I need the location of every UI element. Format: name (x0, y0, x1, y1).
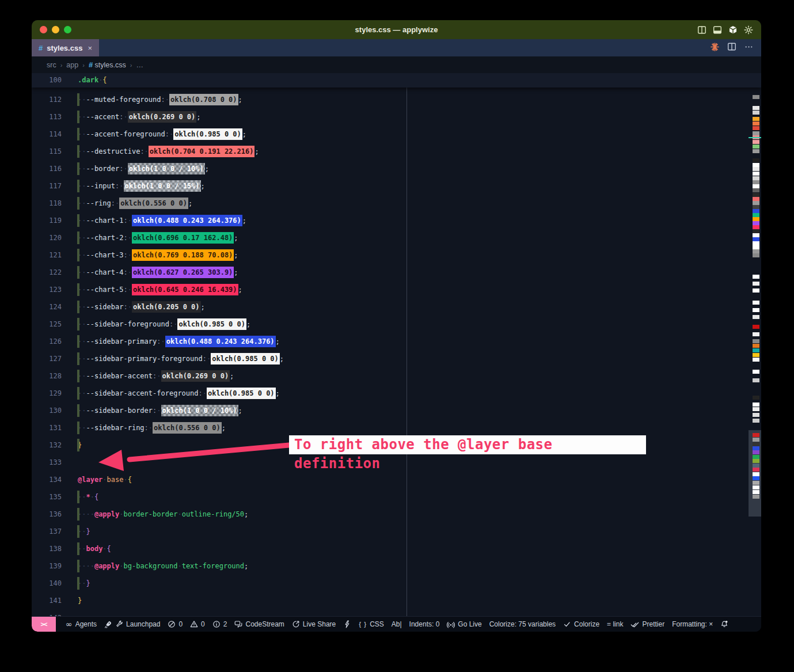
line-number[interactable]: 120 (32, 229, 62, 246)
breadcrumb[interactable]: src›app›# styles.css›… (32, 56, 761, 73)
breadcrumb-item[interactable]: src (47, 61, 56, 69)
code-line[interactable]: 136····@apply·border-border·outline-ring… (32, 506, 761, 523)
code-line[interactable]: 131··--sidebar-ring:·oklch(0.556 0 0); (32, 419, 761, 436)
code-line[interactable]: 134@layer·base·{ (32, 471, 761, 488)
line-number[interactable]: 140 (32, 575, 62, 592)
statusbar-prettier[interactable]: Prettier (630, 620, 664, 629)
statusbar-go-live[interactable]: Go Live (447, 620, 481, 628)
statusbar-remote-indicator[interactable]: >< (32, 617, 56, 632)
statusbar-colorize-count[interactable]: Colorize: 75 variables (489, 620, 556, 628)
statusbar-agents[interactable]: ∞Agents (66, 620, 97, 629)
code-line[interactable]: 138··body·{ (32, 540, 761, 557)
line-number[interactable]: 131 (32, 419, 62, 436)
colorize-star-icon[interactable] (711, 43, 719, 54)
code-line[interactable]: 122··--chart-4:·oklch(0.627 0.265 303.9)… (32, 264, 761, 281)
line-number[interactable]: 122 (32, 264, 62, 281)
line-number[interactable]: 116 (32, 160, 62, 177)
line-number[interactable]: 128 (32, 367, 62, 385)
code-line[interactable]: 120··--chart-2:·oklch(0.696 0.17 162.48)… (32, 229, 761, 246)
code-line[interactable]: 116··--border:·oklch(1 0 0 / 10%); (32, 160, 761, 177)
sticky-scroll-line[interactable]: 100.dark·{ (32, 73, 761, 88)
line-number[interactable]: 119 (32, 212, 62, 229)
code-line[interactable]: 119··--chart-1:·oklch(0.488 0.243 264.37… (32, 212, 761, 229)
code-line[interactable]: 123··--chart-5:·oklch(0.645 0.246 16.439… (32, 281, 761, 298)
layout-panel-icon[interactable] (713, 25, 722, 35)
line-number[interactable]: 113 (32, 108, 62, 126)
statusbar-codestream[interactable]: CodeStream (234, 620, 284, 628)
line-number[interactable]: 125 (32, 316, 62, 333)
line-number[interactable]: 130 (32, 402, 62, 419)
statusbar-abbreviation[interactable]: Ab| (392, 620, 402, 628)
code-line[interactable]: 142 (32, 609, 761, 616)
line-number[interactable]: 139 (32, 557, 62, 575)
line-number[interactable]: 123 (32, 281, 62, 298)
code-line[interactable]: 117··--input:·oklch(1 0 0 / 15%); (32, 177, 761, 195)
code-line[interactable]: 125··--sidebar-foreground:·oklch(0.985 0… (32, 316, 761, 333)
extension-cube-icon[interactable] (728, 25, 738, 35)
code-line[interactable]: 128··--sidebar-accent:·oklch(0.269 0 0); (32, 367, 761, 385)
line-number[interactable]: 135 (32, 488, 62, 506)
line-number[interactable]: 121 (32, 246, 62, 264)
code-line[interactable]: 113··--accent:·oklch(0.269 0 0); (32, 108, 761, 126)
breadcrumb-item[interactable]: # styles.css (89, 60, 126, 69)
statusbar-problems-warnings[interactable]: 0 (190, 620, 205, 628)
breadcrumb-item[interactable]: app (66, 61, 78, 69)
code-line[interactable]: 133 (32, 454, 761, 471)
code-line[interactable]: 112··--muted-foreground:·oklch(0.708 0 0… (32, 91, 761, 108)
line-number[interactable]: 115 (32, 143, 62, 160)
close-tab-icon[interactable]: × (88, 44, 92, 52)
code-line[interactable]: 115··--destructive:·oklch(0.704 0.191 22… (32, 143, 761, 160)
code-line[interactable]: 139····@apply·bg-background·text-foregro… (32, 557, 761, 575)
code-line[interactable]: 121··--chart-3:·oklch(0.769 0.188 70.08)… (32, 246, 761, 264)
statusbar-problems-info[interactable]: 2 (212, 620, 227, 628)
line-number[interactable]: 114 (32, 126, 62, 143)
minimap[interactable] (749, 73, 761, 616)
line-number[interactable]: 136 (32, 506, 62, 523)
statusbar-indents[interactable]: Indents: 0 (409, 620, 440, 628)
code-line[interactable]: 118··--ring:·oklch(0.556 0 0); (32, 195, 761, 212)
statusbar-language-mode-css[interactable]: { }CSS (359, 620, 384, 628)
line-number[interactable]: 133 (32, 454, 62, 471)
code-line[interactable]: 141} (32, 592, 761, 609)
split-editor-icon[interactable] (697, 25, 706, 35)
statusbar-notifications[interactable] (720, 620, 728, 628)
line-number[interactable]: 127 (32, 350, 62, 367)
code-line[interactable]: 137··} (32, 523, 761, 540)
statusbar-link-mode[interactable]: = link (607, 620, 623, 628)
code-line[interactable]: 129··--sidebar-accent-foreground:·oklch(… (32, 385, 761, 402)
tab-styles-css[interactable]: # styles.css × (32, 39, 99, 56)
line-number[interactable]: 142 (32, 609, 62, 616)
minimap-block (753, 188, 759, 192)
line-number[interactable]: 132 (32, 436, 62, 454)
statusbar-formatting[interactable]: Formatting: × (672, 620, 713, 628)
line-number[interactable]: 117 (32, 177, 62, 195)
line-number[interactable]: 112 (32, 91, 62, 108)
line-number[interactable]: 138 (32, 540, 62, 557)
more-actions-icon[interactable] (744, 43, 753, 54)
code-line[interactable]: 100.dark·{ (32, 73, 761, 88)
code-editor[interactable]: 100.dark·{ 112··--muted-foreground:·oklc… (32, 73, 761, 616)
statusbar-launchpad[interactable]: Launchpad (104, 620, 160, 628)
code-line[interactable]: 135··*·{ (32, 488, 761, 506)
code-line[interactable]: 126··--sidebar-primary:·oklch(0.488 0.24… (32, 333, 761, 350)
line-number[interactable]: 141 (32, 592, 62, 609)
line-number[interactable]: 100 (32, 73, 62, 88)
line-number[interactable]: 134 (32, 471, 62, 488)
code-line[interactable]: 130··--sidebar-border:·oklch(1 0 0 / 10%… (32, 402, 761, 419)
statusbar-colorize-toggle[interactable]: Colorize (563, 620, 599, 628)
code-line[interactable]: 140··} (32, 575, 761, 592)
statusbar-problems-errors[interactable]: 0 (168, 620, 183, 628)
line-number[interactable]: 124 (32, 298, 62, 316)
statusbar-live-share[interactable]: Live Share (292, 620, 336, 628)
statusbar-zap[interactable] (343, 620, 351, 628)
code-line[interactable]: 127··--sidebar-primary-foreground:·oklch… (32, 350, 761, 367)
breadcrumb-item[interactable]: … (136, 61, 143, 69)
code-line[interactable]: 124··--sidebar:·oklch(0.205 0 0); (32, 298, 761, 316)
line-number[interactable]: 137 (32, 523, 62, 540)
settings-gear-icon[interactable] (744, 25, 753, 35)
line-number[interactable]: 129 (32, 385, 62, 402)
line-number[interactable]: 126 (32, 333, 62, 350)
line-number[interactable]: 118 (32, 195, 62, 212)
split-editor-icon[interactable] (727, 42, 736, 54)
code-line[interactable]: 114··--accent-foreground:·oklch(0.985 0 … (32, 126, 761, 143)
